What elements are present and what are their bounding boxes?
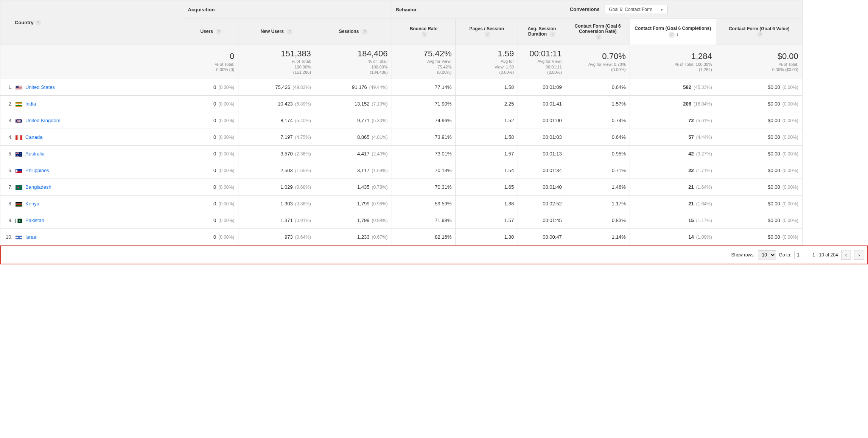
cell-value: $0.00(0.00%)	[716, 112, 802, 129]
col-value[interactable]: Contact Form (Goal 6 Value)?	[716, 19, 802, 45]
cell-conv-rate: 1.14%	[566, 229, 630, 245]
country-link[interactable]: Canada	[25, 134, 43, 140]
cell-new-users: 3,570(2.36%)	[238, 146, 315, 162]
row-rank: 10.	[4, 234, 12, 240]
cell-duration: 00:01:09	[518, 79, 566, 96]
summary-bounce: 75.42%Avg for View:75.42%(0.00%)	[392, 45, 456, 79]
cell-sessions: 1,233(0.67%)	[315, 229, 392, 245]
table-row: 2.India0(0.00%)10,423(6.89%)13,152(7.13%…	[0, 96, 868, 112]
cell-sessions: 8,865(4.81%)	[315, 129, 392, 146]
analytics-table: Country ? Acquisition Behavior Conversio…	[0, 0, 868, 245]
row-rank: 5.	[4, 151, 12, 157]
table-row: 4.Canada0(0.00%)7,197(4.75%)8,865(4.81%)…	[0, 129, 868, 146]
row-rank: 2.	[4, 101, 12, 107]
cell-pages: 1.52	[456, 112, 518, 129]
help-icon[interactable]: ?	[596, 34, 602, 40]
next-page-button[interactable]: ›	[854, 250, 864, 260]
cell-pages: 2.25	[456, 96, 518, 112]
table-row: 10.Israel0(0.00%)973(0.64%)1,233(0.67%)8…	[0, 229, 868, 245]
table-row: 9.Pakistan0(0.00%)1,371(0.91%)1,799(0.98…	[0, 212, 868, 229]
col-conv-rate[interactable]: Contact Form (Goal 6 Conversion Rate)?	[566, 19, 630, 45]
help-icon[interactable]: ?	[286, 29, 292, 35]
country-link[interactable]: Israel	[25, 234, 37, 240]
cell-completions: 42(3.27%)	[630, 146, 716, 162]
cell-users: 0(0.00%)	[184, 179, 238, 196]
col-bounce-rate[interactable]: Bounce Rate?	[392, 19, 456, 45]
cell-duration: 00:01:45	[518, 212, 566, 229]
sort-down-icon: ↓	[676, 31, 679, 37]
cell-sessions: 1,435(0.78%)	[315, 179, 392, 196]
col-new-users[interactable]: New Users ?	[238, 19, 315, 45]
cell-bounce: 73.01%	[392, 146, 456, 162]
col-pages-session[interactable]: Pages / Session?	[456, 19, 518, 45]
cell-pages: 1.30	[456, 229, 518, 245]
group-acquisition: Acquisition	[184, 0, 392, 19]
cell-value: $0.00(0.00%)	[716, 162, 802, 179]
cell-completions: 21(1.64%)	[630, 179, 716, 196]
cell-completions: 14(1.09%)	[630, 229, 716, 245]
country-link[interactable]: United Kingdom	[25, 118, 61, 123]
help-icon[interactable]: ?	[362, 29, 368, 35]
cell-new-users: 2,503(1.65%)	[238, 162, 315, 179]
col-users[interactable]: Users ?	[184, 19, 238, 45]
cell-new-users: 7,197(4.75%)	[238, 129, 315, 146]
help-icon[interactable]: ?	[757, 31, 763, 37]
chevron-left-icon: ‹	[845, 252, 847, 258]
goto-label: Go to:	[779, 252, 792, 258]
cell-users: 0(0.00%)	[184, 146, 238, 162]
help-icon[interactable]: ?	[35, 20, 41, 26]
cell-sessions: 4,417(2.40%)	[315, 146, 392, 162]
pagination-footer: Show rows: 10 Go to: 1 - 10 of 204 ‹ ›	[0, 245, 868, 264]
cell-sessions: 1,799(0.98%)	[315, 212, 392, 229]
goal-selector[interactable]: Goal 6: Contact Form ▼	[605, 5, 668, 14]
flag-icon	[16, 169, 22, 173]
cell-bounce: 74.96%	[392, 112, 456, 129]
row-rank: 3.	[4, 118, 12, 123]
col-completions[interactable]: Contact Form (Goal 6 Completions) ?↓	[630, 19, 716, 45]
chevron-right-icon: ›	[858, 252, 860, 258]
cell-value: $0.00(0.00%)	[716, 179, 802, 196]
country-link[interactable]: Kenya	[25, 201, 39, 207]
row-rank: 7.	[4, 184, 12, 190]
country-link[interactable]: Pakistan	[25, 217, 44, 223]
col-avg-duration[interactable]: Avg. Session Duration ?	[518, 19, 566, 45]
help-icon[interactable]: ?	[422, 31, 428, 37]
cell-completions: 582(45.33%)	[630, 79, 716, 96]
cell-duration: 00:01:13	[518, 146, 566, 162]
cell-bounce: 82.16%	[392, 229, 456, 245]
cell-users: 0(0.00%)	[184, 162, 238, 179]
cell-bounce: 70.31%	[392, 179, 456, 196]
cell-new-users: 973(0.64%)	[238, 229, 315, 245]
cell-conv-rate: 1.17%	[566, 196, 630, 212]
help-icon[interactable]: ?	[484, 31, 490, 37]
cell-duration: 00:01:00	[518, 112, 566, 129]
country-link[interactable]: Australia	[25, 151, 45, 157]
col-sessions[interactable]: Sessions ?	[315, 19, 392, 45]
table-row: 8.Kenya0(0.00%)1,303(0.86%)1,799(0.98%)5…	[0, 196, 868, 212]
cell-bounce: 77.14%	[392, 79, 456, 96]
table-row: 1.United States0(0.00%)75,426(49.82%)91,…	[0, 79, 868, 96]
country-link[interactable]: Philippines	[25, 168, 49, 173]
goto-input[interactable]	[794, 251, 809, 259]
cell-bounce: 71.90%	[392, 96, 456, 112]
prev-page-button[interactable]: ‹	[841, 250, 851, 260]
help-icon[interactable]: ?	[669, 32, 675, 38]
dimension-header[interactable]: Country ?	[0, 0, 184, 45]
cell-conv-rate: 0.95%	[566, 146, 630, 162]
help-icon[interactable]: ?	[549, 31, 555, 37]
show-rows-select[interactable]: 10	[758, 250, 776, 259]
cell-sessions: 1,799(0.98%)	[315, 196, 392, 212]
help-icon[interactable]: ?	[216, 29, 222, 35]
cell-bounce: 71.98%	[392, 212, 456, 229]
flag-icon	[16, 202, 22, 207]
cell-users: 0(0.00%)	[184, 196, 238, 212]
cell-conv-rate: 0.64%	[566, 79, 630, 96]
country-link[interactable]: United States	[25, 84, 55, 90]
country-link[interactable]: India	[25, 101, 36, 107]
dimension-label: Country	[15, 20, 34, 25]
cell-users: 0(0.00%)	[184, 212, 238, 229]
cell-pages: 1.88	[456, 196, 518, 212]
country-link[interactable]: Bangladesh	[25, 184, 51, 190]
cell-bounce: 70.13%	[392, 162, 456, 179]
cell-bounce: 73.91%	[392, 129, 456, 146]
